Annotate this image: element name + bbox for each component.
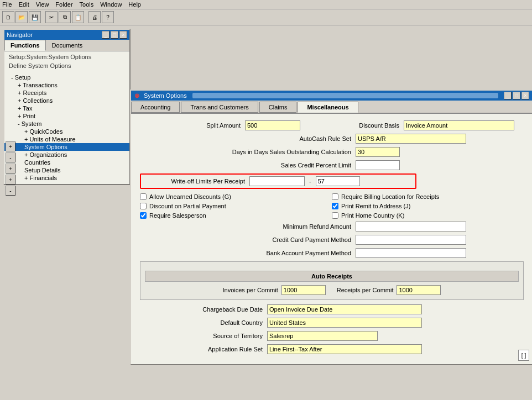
menubar: File Edit View Folder Tools Window Help	[0, 0, 532, 9]
toolbar-print[interactable]: 🖨	[88, 11, 101, 23]
toolbar-new[interactable]: 🗋	[2, 11, 14, 23]
toolbar-copy[interactable]: ⧉	[59, 11, 71, 23]
toolbar-open[interactable]: 📂	[15, 11, 28, 23]
menu-view[interactable]: View	[36, 1, 49, 8]
toolbar-cut[interactable]: ✂	[45, 11, 58, 23]
menu-folder[interactable]: Folder	[55, 1, 72, 8]
menu-file[interactable]: File	[2, 1, 12, 8]
menu-window[interactable]: Window	[100, 1, 122, 8]
menu-tools[interactable]: Tools	[80, 1, 94, 8]
toolbar-help[interactable]: ?	[102, 11, 114, 23]
menu-edit[interactable]: Edit	[19, 1, 29, 8]
menu-help[interactable]: Help	[128, 1, 141, 8]
toolbar: 🗋 📂 💾 ✂ ⧉ 📋 🖨 ?	[0, 9, 532, 25]
toolbar-paste[interactable]: 📋	[72, 11, 84, 23]
toolbar-save[interactable]: 💾	[29, 11, 41, 23]
